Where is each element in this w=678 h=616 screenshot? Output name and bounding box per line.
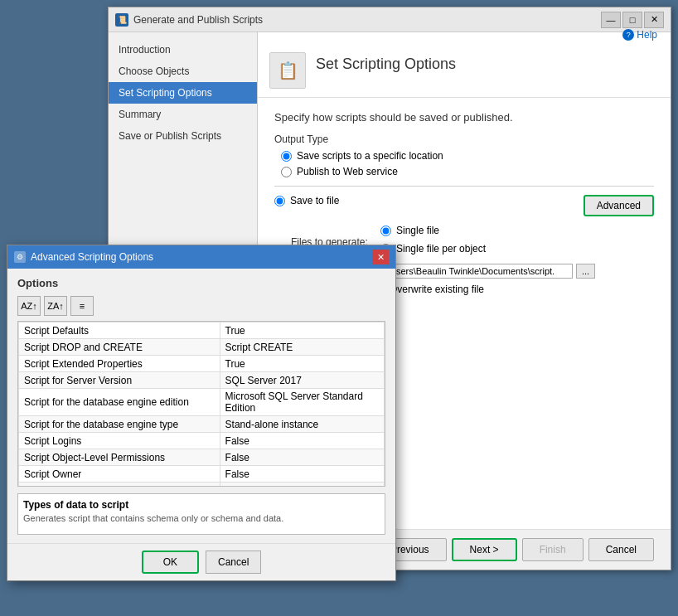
header-text: Set Scripting Options [316,52,456,73]
single-file-label: Single file [396,225,439,236]
nav-save-publish[interactable]: Save or Publish Scripts [109,125,257,147]
adv-cancel-button[interactable]: Cancel [206,551,261,574]
save-section: Save to file Advanced [274,195,654,216]
nav-choose-objects[interactable]: Choose Objects [109,61,257,82]
filepath-row: ... [374,264,654,279]
option-name: Script Object-Level Permissions [19,449,220,466]
option-name: Script for Server Version [19,372,220,389]
option-value: False [220,466,384,483]
page-title: Set Scripting Options [316,56,456,73]
options-table-container: Script DefaultsTrueScript DROP and CREAT… [17,321,385,487]
table-row[interactable]: Script DefaultsTrue [19,323,385,339]
option-name: Script for the database engine edition [19,389,220,416]
table-row[interactable]: Script for the database engine typeStand… [19,416,385,433]
list-view-button[interactable]: ≡ [70,296,94,316]
sort-az-button[interactable]: AZ↑ [17,296,41,316]
radio-save-scripts-row: Save scripts to a specific location [281,150,654,162]
option-value: True [220,323,384,339]
radio-save-to-file[interactable] [274,196,285,206]
adv-bottom-buttons: OK Cancel [7,543,395,580]
table-row[interactable]: Script Extended PropertiesTrue [19,356,385,372]
option-name: Script Statistics [19,483,220,487]
specify-text: Specify how scripts should be saved or p… [274,111,654,124]
adv-title-left: ⚙ Advanced Scripting Options [14,251,153,263]
table-row[interactable]: Script Object-Level PermissionsFalse [19,449,385,466]
option-value: False [220,433,384,449]
output-type-group: Save scripts to a specific location Publ… [281,150,654,177]
option-value: SQL Server 2017 [220,372,384,389]
radio-single-file-row: Single file [380,225,486,236]
radio-publish-web-label: Publish to Web service [297,166,398,177]
option-name: Script Defaults [19,323,220,339]
adv-dialog-title: Advanced Scripting Options [31,251,153,263]
radio-save-scripts-label: Save scripts to a specific location [297,150,443,162]
adv-desc-text: Generates script that contains schema on… [23,513,380,523]
window-title: Generate and Publish Scripts [133,14,263,26]
separator-1 [274,186,654,187]
single-per-object-label: Single file per object [396,243,486,255]
option-name: Script Owner [19,466,220,483]
table-row[interactable]: Script DROP and CREATEScript CREATE [19,339,385,356]
advanced-dialog: ⚙ Advanced Scripting Options ✕ Options A… [7,245,396,581]
finish-button[interactable]: Finish [522,538,584,561]
adv-content: Options AZ↑ ZA↑ ≡ Script DefaultsTrueScr… [7,269,395,543]
radio-single-file[interactable] [380,226,391,236]
options-table: Script DefaultsTrueScript DROP and CREAT… [18,322,385,487]
option-name: Script for the database engine type [19,416,220,433]
advanced-button[interactable]: Advanced [584,195,654,216]
adv-dialog-icon: ⚙ [14,251,26,263]
files-radios: Single file Single file per object [380,225,486,259]
option-name: Script DROP and CREATE [19,339,220,356]
table-row[interactable]: Script LoginsFalse [19,433,385,449]
save-to-file-label: Save to file [290,195,339,206]
radio-save-scripts[interactable] [281,151,292,162]
overwrite-label: Overwrite existing file [390,284,484,295]
next-button[interactable]: Next > [452,538,517,561]
nav-introduction[interactable]: Introduction [109,39,257,61]
table-row[interactable]: Script for the database engine editionMi… [19,389,385,416]
option-name: Script Logins [19,433,220,449]
adv-options-label: Options [17,277,385,289]
overwrite-row: Overwrite existing file [374,284,654,295]
option-value: False [220,449,384,466]
adv-toolbar: AZ↑ ZA↑ ≡ [17,296,385,316]
cancel-button[interactable]: Cancel [588,538,654,561]
radio-publish-web-row: Publish to Web service [281,166,654,177]
table-row[interactable]: Script for Server VersionSQL Server 2017 [19,372,385,389]
option-value: Stand-alone instance [220,416,384,433]
option-name: Script Extended Properties [19,356,220,372]
filepath-input[interactable] [374,264,573,279]
help-link[interactable]: ? Help [622,29,657,41]
table-row[interactable]: Script StatisticsDo not script statistic… [19,483,385,487]
help-area: ? Help [258,26,671,41]
option-value: Microsoft SQL Server Standard Edition [220,389,384,416]
sort-za-button[interactable]: ZA↑ [44,296,67,316]
option-value: Script CREATE [220,339,384,356]
title-bar-left: 📜 Generate and Publish Scripts [115,13,263,27]
radio-single-per-object-row: Single file per object [380,243,486,255]
output-type-label: Output Type [274,133,654,145]
option-value: Do not script statistics [220,483,384,487]
adv-close-button[interactable]: ✕ [372,250,389,264]
help-icon: ? [622,29,634,41]
browse-button[interactable]: ... [576,264,595,279]
adv-desc-title: Types of data to script [23,499,380,511]
adv-description: Types of data to script Generates script… [17,493,385,535]
adv-ok-button[interactable]: OK [142,551,199,574]
page-header: 📋 Set Scripting Options [258,41,671,98]
adv-title-bar: ⚙ Advanced Scripting Options ✕ [7,245,395,269]
page-header-icon: 📋 [269,52,306,89]
nav-set-scripting-options[interactable]: Set Scripting Options [109,82,257,104]
help-label: Help [637,29,657,41]
radio-publish-web[interactable] [281,167,292,177]
option-value: True [220,356,384,372]
table-row[interactable]: Script OwnerFalse [19,466,385,483]
nav-summary[interactable]: Summary [109,104,257,125]
save-radio-row: Save to file [274,195,339,206]
app-icon: 📜 [115,13,128,27]
